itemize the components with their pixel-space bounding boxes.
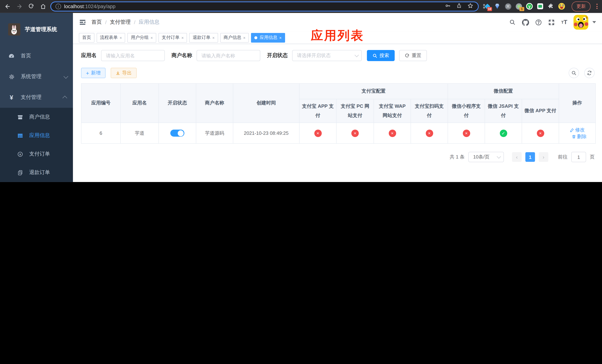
- app-name-input[interactable]: [101, 50, 165, 61]
- font-size-icon[interactable]: TT: [560, 19, 568, 26]
- home-icon[interactable]: [39, 2, 47, 11]
- sidebar-item-payment-orders[interactable]: ¥ 支付订单: [0, 145, 73, 163]
- goto-page-input[interactable]: [571, 152, 586, 162]
- refresh-button[interactable]: [584, 68, 595, 78]
- sidebar-collapse-icon[interactable]: [79, 19, 86, 26]
- tab-refund-orders[interactable]: 退款订单×: [189, 33, 218, 43]
- chevron-down-icon: [64, 74, 68, 78]
- logo-rabbit-image: [8, 23, 20, 35]
- close-icon[interactable]: ×: [119, 35, 122, 40]
- status-alipay-app: ×: [314, 129, 322, 137]
- help-icon[interactable]: [535, 19, 542, 26]
- merchant-name-input[interactable]: [197, 50, 260, 61]
- app-logo[interactable]: 芋道管理系统: [0, 13, 73, 45]
- col-app-name: 应用名: [120, 84, 159, 123]
- trash-icon: [571, 134, 576, 139]
- extension-chat-icon[interactable]: [537, 3, 544, 10]
- add-button[interactable]: + 新增: [81, 68, 106, 78]
- breadcrumb-current: 应用信息: [139, 19, 160, 26]
- table-row: 6 芋道 芋道源码 2021-10-23 08:49:25 × × × × × …: [81, 123, 595, 143]
- row-status-toggle[interactable]: [170, 130, 184, 137]
- reset-button[interactable]: 重置: [399, 50, 427, 61]
- export-button[interactable]: 导出: [111, 68, 137, 78]
- col-group-alipay: 支付宝配置: [299, 84, 448, 99]
- col-merchant-name: 商户名称: [196, 84, 233, 123]
- back-icon[interactable]: [3, 2, 12, 11]
- page-size-select[interactable]: 10条/页: [468, 152, 504, 162]
- extension-profile-icon[interactable]: 1: [515, 3, 522, 10]
- tab-merchant-info[interactable]: 商户信息×: [220, 33, 249, 43]
- toggle-search-button[interactable]: [569, 68, 579, 78]
- app-title: 芋道管理系统: [25, 26, 57, 33]
- extension-command-icon[interactable]: ⌘: [505, 3, 511, 10]
- cell-actions: 修改 删除: [559, 123, 595, 143]
- sidebar-item-label: 支付订单: [29, 151, 50, 157]
- yen-icon: ¥: [8, 94, 15, 101]
- header-search-icon[interactable]: [509, 19, 516, 26]
- avatar-caret-icon[interactable]: [592, 21, 596, 23]
- reload-icon[interactable]: [27, 2, 35, 11]
- app-name-label: 应用名: [81, 52, 97, 59]
- download-icon: [116, 71, 120, 75]
- delete-link[interactable]: 删除: [571, 133, 587, 140]
- sidebar-item-home[interactable]: 首页: [0, 45, 73, 66]
- col-wechat-jsapi: 微信 JSAPI 支付: [485, 99, 522, 123]
- close-icon[interactable]: ×: [243, 35, 246, 40]
- col-app-id: 应用编号: [81, 84, 120, 123]
- extensions-puzzle-icon[interactable]: [548, 3, 554, 10]
- pagination: 共 1 条 10条/页 ‹ 1 › 前往 页: [81, 152, 595, 162]
- sidebar-item-system[interactable]: 系统管理: [0, 66, 73, 87]
- github-icon[interactable]: [522, 19, 529, 26]
- edit-link[interactable]: 修改: [570, 127, 585, 133]
- share-icon[interactable]: [456, 3, 462, 10]
- breadcrumb-section[interactable]: 支付管理: [110, 19, 131, 26]
- sidebar-item-app-info[interactable]: 应用信息: [0, 126, 73, 145]
- status-select[interactable]: 请选择开启状态: [292, 50, 362, 61]
- tab-payment-orders[interactable]: 支付订单×: [159, 33, 187, 43]
- sidebar-item-label: 退款订单: [29, 169, 50, 176]
- grid-table-icon: [17, 132, 23, 139]
- cell-merchant-name: 芋道源码: [196, 123, 233, 143]
- url-bar[interactable]: i localhost:1024/pay/app: [50, 1, 479, 11]
- bookmark-star-icon[interactable]: [467, 2, 473, 10]
- tab-app-info[interactable]: 应用信息×: [251, 33, 285, 43]
- chevron-down-icon: [497, 154, 501, 159]
- user-avatar[interactable]: [573, 15, 588, 30]
- forward-icon[interactable]: [15, 2, 24, 11]
- search-button[interactable]: 搜索: [367, 50, 395, 61]
- close-icon[interactable]: ×: [182, 35, 184, 40]
- tab-process-form[interactable]: 流程表单×: [97, 33, 125, 43]
- fullscreen-icon[interactable]: [548, 19, 555, 26]
- close-icon[interactable]: ×: [212, 35, 215, 40]
- tab-user-group[interactable]: 用户分组×: [128, 33, 156, 43]
- browser-menu-icon[interactable]: [596, 4, 598, 9]
- extension-balloon-icon[interactable]: [494, 3, 501, 10]
- extension-diamond-icon[interactable]: 10: [483, 3, 490, 10]
- coin-icon: ¥: [17, 151, 23, 157]
- page-number-button[interactable]: 1: [525, 152, 535, 162]
- status-wechat-app: ×: [537, 129, 544, 137]
- extension-y-icon[interactable]: y: [526, 3, 533, 10]
- col-wechat-app: 微信 APP 支付: [522, 99, 559, 123]
- extension-emoji-icon[interactable]: [558, 3, 565, 10]
- breadcrumb-home[interactable]: 首页: [91, 19, 102, 26]
- site-info-icon[interactable]: i: [55, 3, 61, 9]
- close-icon[interactable]: ×: [150, 35, 153, 40]
- close-icon[interactable]: ×: [279, 35, 281, 40]
- prev-page-button[interactable]: ‹: [512, 152, 522, 162]
- sidebar-item-payment[interactable]: ¥ 支付管理: [0, 87, 73, 108]
- sidebar-item-refund-orders[interactable]: 退款订单: [0, 163, 73, 182]
- sidebar-item-merchant-info[interactable]: 商户信息: [0, 108, 73, 126]
- password-key-icon[interactable]: [445, 2, 451, 10]
- next-page-button[interactable]: ›: [539, 152, 548, 162]
- cell-create-time: 2021-10-23 08:49:25: [233, 123, 299, 143]
- sidebar-item-infrastructure[interactable]: 基础设施: [0, 182, 73, 182]
- sidebar-item-label: 支付管理: [21, 94, 58, 101]
- col-alipay-wap: 支付宝 WAP 网站支付: [374, 99, 411, 123]
- table-toolbar: + 新增 导出: [81, 68, 595, 78]
- browser-update-button[interactable]: 更新: [572, 1, 591, 11]
- chevron-down-icon: [355, 53, 359, 57]
- cell-app-name: 芋道: [120, 123, 159, 143]
- status-alipay-qr: ×: [426, 129, 433, 137]
- tab-home[interactable]: 首页: [79, 33, 94, 43]
